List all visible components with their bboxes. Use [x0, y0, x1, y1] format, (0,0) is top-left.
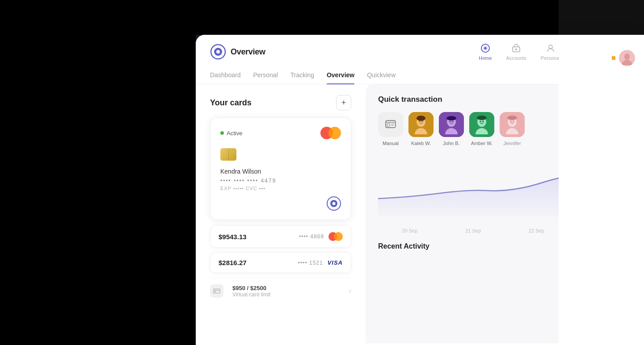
- left-panel: Your cards + Active Kendra Wilson: [196, 84, 366, 343]
- mc-circle-orange: [328, 127, 341, 139]
- contact-kaleb-name: Kaleb W.: [411, 141, 431, 146]
- tab-overview[interactable]: Overview: [327, 71, 354, 84]
- svg-rect-15: [387, 124, 390, 126]
- small-card-1-logo: [328, 232, 343, 241]
- svg-rect-13: [215, 291, 216, 292]
- amber-avatar: [469, 112, 494, 137]
- active-dot: [220, 131, 224, 135]
- partial-right-panel: [559, 35, 644, 345]
- tab-tracking[interactable]: Tracking: [290, 71, 314, 84]
- tab-quickview[interactable]: Quickview: [367, 71, 396, 84]
- svg-point-27: [450, 121, 450, 122]
- svg-point-5: [484, 47, 486, 50]
- contact-amber[interactable]: Amber W.: [469, 112, 494, 146]
- svg-point-36: [477, 116, 487, 120]
- contact-kaleb[interactable]: Kaleb W.: [408, 112, 434, 146]
- svg-point-34: [480, 121, 481, 122]
- small-card-2-number: •••• 1521: [298, 260, 323, 266]
- nav-accounts-label: Accounts: [506, 55, 526, 61]
- app-title: Overview: [231, 47, 265, 57]
- add-card-button[interactable]: +: [336, 95, 351, 110]
- nav-home-label: Home: [479, 55, 492, 61]
- card-expiry: EXP ••/•• CVC •••: [220, 186, 341, 191]
- main-card: Active Kendra Wilson •••• •••• •••• 4479…: [210, 117, 351, 220]
- mastercard-logo: [320, 127, 341, 139]
- john-avatar: [439, 112, 464, 137]
- contact-john[interactable]: John B.: [439, 112, 464, 146]
- visa-logo: VISA: [328, 259, 343, 266]
- tab-personal[interactable]: Personal: [253, 71, 278, 84]
- contact-manual[interactable]: Manual: [378, 112, 403, 146]
- cards-section-header: Your cards +: [210, 95, 351, 110]
- svg-point-43: [507, 116, 517, 120]
- small-card-1-right: •••• 4869: [299, 232, 343, 241]
- budget-arrow-icon: ›: [349, 287, 351, 295]
- notification-dot: [612, 56, 615, 60]
- tab-dashboard[interactable]: Dashboard: [210, 71, 241, 84]
- card-bottom-row: [220, 196, 341, 211]
- contact-jennifer-name: Jennifer: [503, 141, 521, 146]
- chart-date-2: 21 Sep: [465, 228, 481, 233]
- card-status-label: Active: [227, 130, 242, 137]
- card-top-row: Active: [220, 127, 341, 139]
- chart-date-3: 22 Sep: [529, 228, 544, 233]
- svg-point-8: [549, 45, 552, 49]
- nav-home[interactable]: Home: [479, 43, 492, 61]
- small-card-2-amount: $2816.27: [219, 259, 247, 266]
- nav-personal[interactable]: Personal: [541, 43, 560, 61]
- contact-amber-name: Amber W.: [471, 141, 492, 146]
- budget-icon: [210, 284, 223, 298]
- small-card-1-number: •••• 4869: [299, 233, 324, 240]
- nav-personal-label: Personal: [541, 55, 560, 61]
- chart-date-1: 20 Sep: [402, 228, 417, 233]
- card-status-badge: Active: [220, 130, 242, 137]
- svg-rect-12: [214, 289, 220, 293]
- svg-point-29: [446, 116, 456, 121]
- home-icon: [480, 43, 491, 54]
- contact-john-name: John B.: [443, 141, 459, 146]
- svg-point-2: [216, 50, 220, 54]
- card-chip: [220, 148, 236, 161]
- kaleb-avatar: [408, 112, 434, 137]
- jennifer-avatar: [500, 112, 525, 137]
- logo-area: Overview: [210, 44, 265, 60]
- small-card-1[interactable]: $9543.13 •••• 4869: [210, 225, 351, 248]
- accounts-icon: [511, 43, 522, 54]
- black-bg-top: [196, 0, 559, 35]
- svg-point-35: [483, 121, 484, 122]
- svg-point-45: [624, 54, 630, 60]
- budget-row: $950 / $2500 Virtual card limit ›: [210, 278, 351, 304]
- budget-label: Virtual card limit: [232, 291, 270, 298]
- svg-point-22: [417, 116, 425, 121]
- small-card-1-amount: $9543.13: [219, 233, 247, 241]
- small-card-2-right: •••• 1521 VISA: [298, 259, 343, 266]
- personal-icon: [545, 43, 556, 54]
- svg-point-21: [422, 121, 423, 122]
- svg-rect-7: [515, 49, 517, 50]
- card-holder-name: Kendra Wilson: [220, 168, 341, 175]
- card-brand-logo: [327, 196, 341, 211]
- nav-accounts[interactable]: Accounts: [506, 43, 526, 61]
- svg-point-28: [452, 121, 453, 122]
- manual-avatar: [378, 112, 403, 137]
- svg-point-42: [513, 121, 514, 122]
- svg-point-20: [419, 121, 420, 122]
- partial-right-inner: [559, 35, 644, 66]
- contact-jennifer[interactable]: Jennifer: [500, 112, 525, 146]
- user-avatar[interactable]: [619, 50, 635, 66]
- card-number: •••• •••• •••• 4479: [220, 178, 341, 184]
- app-logo: [210, 44, 226, 60]
- cards-title: Your cards: [210, 98, 252, 108]
- budget-amount: $950 / $2500: [232, 285, 270, 291]
- mc1-orange: [334, 232, 343, 241]
- small-card-2[interactable]: $2816.27 •••• 1521 VISA: [210, 252, 351, 273]
- svg-point-41: [510, 121, 511, 122]
- contact-manual-name: Manual: [383, 141, 399, 146]
- card-brand-inner: [330, 200, 337, 207]
- black-bg-left: [0, 0, 196, 345]
